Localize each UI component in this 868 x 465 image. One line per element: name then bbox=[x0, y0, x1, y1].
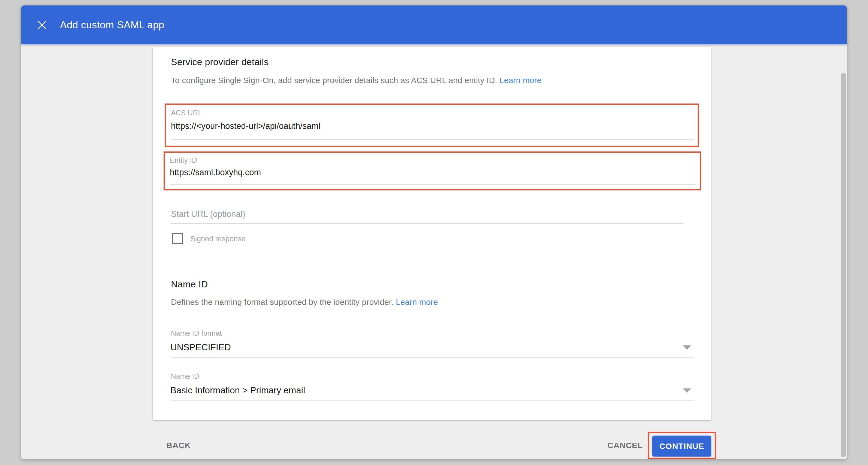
name-id-heading: Name ID bbox=[171, 279, 208, 290]
acs-url-label: ACS URL bbox=[171, 109, 202, 117]
name-id-format-label: Name ID format bbox=[171, 329, 222, 337]
acs-url-underline bbox=[171, 139, 693, 140]
name-id-description-text: Defines the naming format supported by t… bbox=[171, 297, 394, 306]
service-provider-description: To configure Single Sign-On, add service… bbox=[171, 76, 542, 85]
service-provider-heading: Service provider details bbox=[171, 57, 269, 67]
name-id-label: Name ID bbox=[171, 372, 199, 380]
form-card: Service provider details To configure Si… bbox=[153, 47, 711, 420]
entity-id-label: Entity ID bbox=[170, 156, 197, 165]
dialog-title: Add custom SAML app bbox=[60, 19, 164, 31]
start-url-underline bbox=[171, 223, 683, 224]
start-url-input[interactable]: Start URL (optional) bbox=[171, 209, 245, 219]
signed-response-label: Signed response bbox=[190, 235, 246, 243]
acs-url-highlight-box: ACS URL https://<your-hosted-url>/api/oa… bbox=[165, 103, 699, 147]
cancel-button[interactable]: CANCEL bbox=[608, 441, 643, 450]
entity-id-input[interactable]: https://saml.boxyhq.com bbox=[170, 168, 261, 177]
chevron-down-icon[interactable] bbox=[683, 345, 691, 350]
add-saml-app-dialog: Add custom SAML app Service provider det… bbox=[21, 5, 847, 459]
continue-button[interactable]: CONTINUE bbox=[652, 436, 711, 457]
close-icon bbox=[37, 20, 47, 30]
service-provider-description-text: To configure Single Sign-On, add service… bbox=[171, 76, 497, 85]
learn-more-link-name-id[interactable]: Learn more bbox=[396, 297, 438, 306]
scrollbar-thumb[interactable] bbox=[841, 73, 846, 457]
continue-highlight-box: CONTINUE bbox=[648, 432, 716, 459]
learn-more-link-service-provider[interactable]: Learn more bbox=[499, 76, 541, 85]
name-id-underline bbox=[171, 400, 694, 401]
name-id-format-select[interactable]: UNSPECIFIED bbox=[170, 342, 231, 353]
chevron-down-icon[interactable] bbox=[683, 389, 691, 393]
entity-id-highlight-box: Entity ID https://saml.boxyhq.com bbox=[163, 152, 701, 191]
back-button[interactable]: BACK bbox=[166, 441, 191, 450]
name-id-select[interactable]: Basic Information > Primary email bbox=[170, 385, 305, 396]
name-id-format-underline bbox=[171, 357, 694, 358]
entity-id-underline bbox=[170, 184, 695, 185]
dialog-header: Add custom SAML app bbox=[21, 5, 847, 44]
name-id-description: Defines the naming format supported by t… bbox=[171, 297, 438, 307]
acs-url-input[interactable]: https://<your-hosted-url>/api/oauth/saml bbox=[171, 121, 320, 131]
signed-response-checkbox[interactable] bbox=[172, 233, 183, 244]
close-button[interactable] bbox=[34, 17, 50, 33]
